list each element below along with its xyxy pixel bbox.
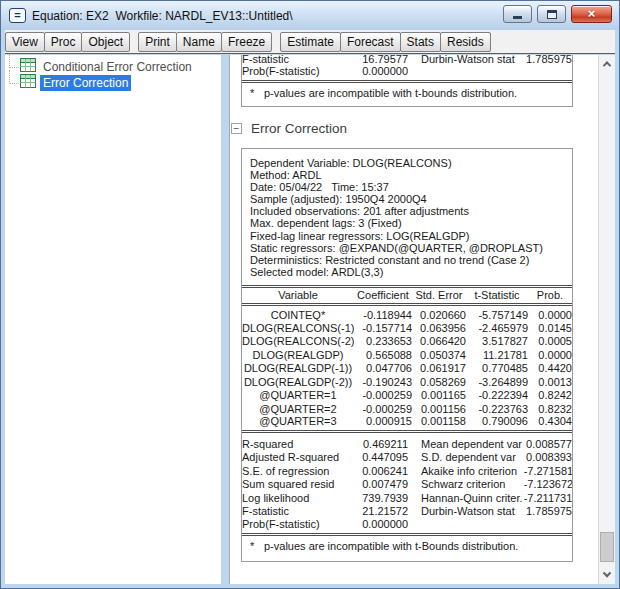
estimation-header: Dependent Variable: DLOG(REALCONS)Method… — [242, 155, 572, 282]
maximize-icon — [547, 10, 557, 19]
toolbar-button-name[interactable]: Name — [176, 32, 222, 52]
stats-row: F-statistic16.79577Durbin-Watson stat1.7… — [242, 55, 572, 65]
equation-object-icon: = — [9, 8, 26, 23]
cell-value: 0.0005 — [528, 334, 572, 348]
section-title: Error Correction — [251, 121, 347, 136]
cell-value: 0.058269 — [412, 375, 466, 389]
scroll-down-button[interactable] — [599, 567, 615, 584]
stats-row: S.E. of regression0.006241Akaike info cr… — [242, 464, 572, 478]
toolbar-group: PrintNameFreeze — [138, 32, 271, 52]
stats-row: Adjusted R-squared0.447095S.D. dependent… — [242, 450, 572, 464]
stats-row: Prob(F-statistic)0.000000 — [242, 65, 572, 82]
coefficient-row: @QUARTER=30.0009150.0011580.7900960.4304 — [242, 415, 572, 432]
output-pane: F-statistic16.79577Durbin-Watson stat1.7… — [229, 55, 598, 584]
minimize-button[interactable] — [503, 5, 532, 23]
coefficient-row: DLOG(REALCONS(-2))0.2336530.0664203.5178… — [242, 334, 572, 348]
cell-value: 0.047706 — [354, 361, 412, 375]
stat-label: F-statistic — [242, 504, 349, 518]
cell-value: 0.020660 — [412, 304, 466, 321]
cell-value: 0.000915 — [354, 415, 412, 432]
scroll-up-button[interactable] — [599, 55, 615, 72]
cell-value: -0.118944 — [354, 304, 412, 321]
error-correction-output[interactable]: Dependent Variable: DLOG(REALCONS)Method… — [241, 148, 573, 562]
stat-label: S.D. dependent var — [408, 450, 524, 464]
titlebar[interactable]: = Equation: EX2 Workfile: NARDL_EV13::Un… — [1, 1, 619, 30]
coefficient-row: COINTEQ*-0.1189440.020660-5.7571490.0000 — [242, 304, 572, 321]
output-header-line: Fixed-lag linear regressors: LOG(REALGDP… — [250, 230, 564, 242]
output-header-line: Selected model: ARDL(3,3) — [250, 266, 564, 278]
stats-row: Log likelihood739.7939Hannan-Quinn crite… — [242, 491, 572, 505]
tree-item-conditional-error-correction[interactable]: Conditional Error Correction — [9, 59, 221, 75]
toolbar-button-object[interactable]: Object — [81, 32, 130, 52]
stat-label: F-statistic — [242, 55, 349, 65]
cell-value: 0.0000 — [528, 304, 572, 321]
toolbar-button-view[interactable]: View — [5, 32, 45, 52]
scrollbar-thumb[interactable] — [600, 532, 614, 562]
footnote-marker: * — [250, 540, 264, 552]
stat-label: R-squared — [242, 435, 349, 450]
output-header-line: Static regressors: @EXPAND(@QUARTER, @DR… — [250, 242, 564, 254]
cell-variable: COINTEQ* — [242, 304, 354, 321]
stat-label: Schwarz criterion — [408, 477, 524, 491]
tree-item-error-correction[interactable]: Error Correction — [9, 75, 221, 91]
toolbar-button-stats[interactable]: Stats — [400, 32, 441, 52]
output-header-line: Included observations: 201 after adjustm… — [250, 205, 564, 217]
toolbar-button-resids[interactable]: Resids — [440, 32, 491, 52]
cell-value: -0.223763 — [466, 402, 528, 416]
cell-variable: DLOG(REALGDP(-1)) — [242, 361, 354, 375]
cell-value: 0.4304 — [528, 415, 572, 432]
cell-value: 0.050374 — [412, 348, 466, 362]
cell-variable: @QUARTER=2 — [242, 402, 354, 416]
tree-connector — [9, 55, 19, 68]
coefficient-table-header: VariableCoefficientStd. Errort-Statistic… — [242, 286, 572, 304]
toolbar-group: ViewProcObject — [5, 32, 129, 52]
cell-value: 0.061917 — [412, 361, 466, 375]
stat-value: 16.79577 — [349, 55, 408, 65]
cell-value: 0.0145 — [528, 321, 572, 335]
cell-variable: DLOG(REALGDP) — [242, 348, 354, 362]
spool-tree: Conditional Error CorrectionError Correc… — [5, 55, 221, 584]
stat-value: 0.447095 — [349, 450, 408, 464]
cell-value: -0.157714 — [354, 321, 412, 335]
column-header-t-statistic: t-Statistic — [466, 286, 528, 304]
window-title: Equation: EX2 Workfile: NARDL_EV13::Unti… — [32, 9, 293, 23]
pane-divider[interactable] — [221, 55, 229, 584]
stat-label: Prob(F-statistic) — [242, 518, 349, 535]
toolbar-button-forecast[interactable]: Forecast — [340, 32, 401, 52]
toolbar: ViewProcObjectPrintNameFreezeEstimateFor… — [5, 30, 615, 54]
footnote-text: p-values are incompatible with t-Bounds … — [264, 540, 518, 552]
stat-label: Sum squared resid — [242, 477, 349, 491]
tree-item-label: Conditional Error Correction — [40, 59, 195, 75]
output-header-line: Method: ARDL — [250, 169, 564, 181]
cell-value: 0.066420 — [412, 334, 466, 348]
window-controls: × — [503, 5, 612, 23]
collapse-icon[interactable]: − — [231, 123, 242, 134]
cell-value: 0.0013 — [528, 375, 572, 389]
stat-label: S.E. of regression — [242, 464, 349, 478]
maximize-button[interactable] — [537, 5, 566, 23]
close-button[interactable]: × — [571, 5, 612, 23]
table-icon — [20, 74, 36, 92]
toolbar-button-print[interactable]: Print — [138, 32, 177, 52]
coefficient-row: DLOG(REALGDP(-2))-0.1902430.058269-3.264… — [242, 375, 572, 389]
stat-value — [524, 518, 572, 535]
cell-variable: @QUARTER=3 — [242, 415, 354, 432]
stats-row: Prob(F-statistic)0.000000 — [242, 518, 572, 535]
column-header-variable: Variable — [242, 286, 354, 304]
chevron-up-icon — [603, 61, 611, 69]
cell-value: 0.8232 — [528, 402, 572, 416]
conditional-error-correction-output-clipped[interactable]: F-statistic16.79577Durbin-Watson stat1.7… — [241, 55, 573, 107]
stat-value: 0.469211 — [349, 435, 408, 450]
minimize-icon — [513, 16, 522, 19]
toolbar-button-proc[interactable]: Proc — [44, 32, 83, 52]
cell-variable: DLOG(REALGDP(-2)) — [242, 375, 354, 389]
toolbar-button-freeze[interactable]: Freeze — [221, 32, 272, 52]
column-header-coefficient: Coefficient — [354, 286, 412, 304]
footnote-marker: * — [250, 87, 264, 99]
stat-label: Adjusted R-squared — [242, 450, 349, 464]
cell-variable: @QUARTER=1 — [242, 388, 354, 402]
output-header-line: Date: 05/04/22 Time: 15:37 — [250, 181, 564, 193]
toolbar-button-estimate[interactable]: Estimate — [280, 32, 341, 52]
stat-value: 0.000000 — [349, 65, 408, 82]
coefficient-table: VariableCoefficientStd. Errort-Statistic… — [242, 285, 572, 434]
